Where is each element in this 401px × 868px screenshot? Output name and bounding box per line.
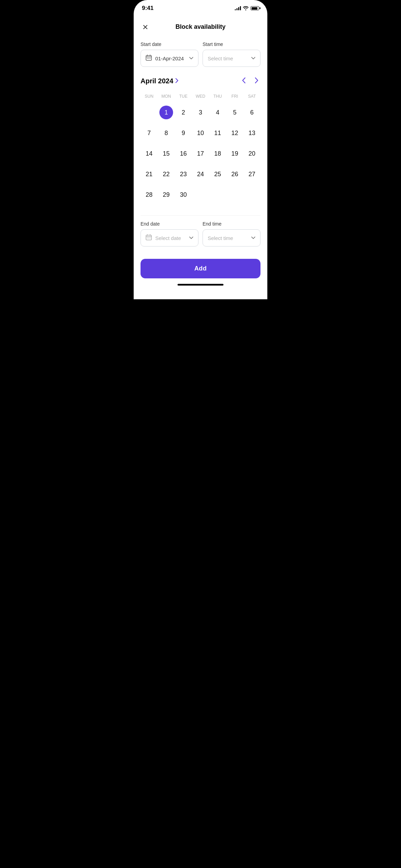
prev-month-button[interactable] xyxy=(240,76,247,86)
start-date-chevron-icon xyxy=(189,56,193,61)
start-date-select[interactable]: 01-Apr-2024 xyxy=(141,50,198,67)
start-time-select[interactable]: Select time xyxy=(203,50,260,67)
end-time-chevron-icon xyxy=(251,236,255,240)
start-time-label: Start time xyxy=(203,41,260,47)
day-5[interactable]: 5 xyxy=(226,103,243,122)
start-date-content: 01-Apr-2024 xyxy=(146,55,189,62)
end-time-select[interactable]: Select time xyxy=(203,229,260,246)
day-6[interactable]: 6 xyxy=(243,103,260,122)
day-24[interactable]: 24 xyxy=(192,165,209,184)
end-time-content: Select time xyxy=(208,235,251,241)
weekday-tue: TUE xyxy=(175,93,192,100)
end-date-label: End date xyxy=(141,221,198,227)
day-number-16: 16 xyxy=(177,147,190,160)
day-10[interactable]: 10 xyxy=(192,123,209,143)
start-form-section: Start date xyxy=(134,36,267,74)
day-16[interactable]: 16 xyxy=(175,144,192,163)
month-forward-arrow-icon xyxy=(175,78,178,84)
close-button[interactable] xyxy=(141,22,150,32)
svg-rect-1 xyxy=(147,58,148,59)
month-year-label: April 2024 xyxy=(141,77,173,85)
day-number-27: 27 xyxy=(245,167,259,181)
day-number-9: 9 xyxy=(177,126,190,140)
end-time-placeholder: Select time xyxy=(208,235,233,241)
calendar-days: 1 2 3 4 5 6 xyxy=(141,103,260,204)
add-button[interactable]: Add xyxy=(141,259,260,278)
day-26[interactable]: 26 xyxy=(226,165,243,184)
svg-rect-2 xyxy=(148,58,149,59)
day-15[interactable]: 15 xyxy=(158,144,175,163)
day-4[interactable]: 4 xyxy=(209,103,226,122)
day-1[interactable]: 1 xyxy=(158,103,175,122)
day-20[interactable]: 20 xyxy=(243,144,260,163)
weekday-sun: SUN xyxy=(141,93,158,100)
day-23[interactable]: 23 xyxy=(175,165,192,184)
day-3[interactable]: 3 xyxy=(192,103,209,122)
end-time-label: End time xyxy=(203,221,260,227)
day-13[interactable]: 13 xyxy=(243,123,260,143)
day-7[interactable]: 7 xyxy=(141,123,158,143)
start-date-label: Start date xyxy=(141,41,198,47)
day-number-26: 26 xyxy=(228,167,242,181)
start-time-group: Start time Select time xyxy=(203,41,260,67)
end-form-section: End date xyxy=(134,210,267,253)
day-12[interactable]: 12 xyxy=(226,123,243,143)
day-number-18: 18 xyxy=(211,147,224,160)
day-8[interactable]: 8 xyxy=(158,123,175,143)
day-29[interactable]: 29 xyxy=(158,185,175,204)
day-number-10: 10 xyxy=(194,126,207,140)
main-content: Block availability Start date xyxy=(134,16,267,299)
day-27[interactable]: 27 xyxy=(243,165,260,184)
weekday-wed: WED xyxy=(192,93,209,100)
day-empty-5b xyxy=(209,185,226,204)
calendar-month-title: April 2024 xyxy=(141,77,178,85)
day-17[interactable]: 17 xyxy=(192,144,209,163)
day-number-7: 7 xyxy=(142,126,156,140)
end-date-content: Select date xyxy=(146,234,189,242)
day-number-2: 2 xyxy=(177,106,190,119)
day-number-14: 14 xyxy=(142,147,156,160)
day-25[interactable]: 25 xyxy=(209,165,226,184)
end-date-select[interactable]: Select date xyxy=(141,229,198,246)
day-19[interactable]: 19 xyxy=(226,144,243,163)
day-number-15: 15 xyxy=(159,147,173,160)
calendar-header: April 2024 xyxy=(141,76,260,86)
next-month-button[interactable] xyxy=(253,76,260,86)
day-22[interactable]: 22 xyxy=(158,165,175,184)
day-14[interactable]: 14 xyxy=(141,144,158,163)
battery-icon xyxy=(251,6,259,10)
day-number-29: 29 xyxy=(159,188,173,202)
day-number-25: 25 xyxy=(211,167,224,181)
day-11[interactable]: 11 xyxy=(209,123,226,143)
day-18[interactable]: 18 xyxy=(209,144,226,163)
day-number-8: 8 xyxy=(159,126,173,140)
day-number-30: 30 xyxy=(177,188,190,202)
day-2[interactable]: 2 xyxy=(175,103,192,122)
weekday-thu: THU xyxy=(209,93,226,100)
weekday-mon: MON xyxy=(158,93,175,100)
svg-rect-6 xyxy=(148,238,149,238)
day-number-24: 24 xyxy=(194,167,207,181)
day-number-3: 3 xyxy=(194,106,207,119)
end-row: End date xyxy=(141,221,260,246)
day-number-13: 13 xyxy=(245,126,259,140)
calendar-weekdays: SUN MON TUE WED THU FRI SAT xyxy=(141,93,260,100)
day-empty-5c xyxy=(226,185,243,204)
svg-rect-7 xyxy=(150,238,150,238)
day-21[interactable]: 21 xyxy=(141,165,158,184)
start-date-value: 01-Apr-2024 xyxy=(155,56,184,61)
day-number-5: 5 xyxy=(228,106,242,119)
start-time-placeholder: Select time xyxy=(208,56,233,61)
divider xyxy=(141,215,260,216)
day-number-22: 22 xyxy=(159,167,173,181)
day-28[interactable]: 28 xyxy=(141,185,158,204)
day-number-17: 17 xyxy=(194,147,207,160)
day-number-19: 19 xyxy=(228,147,242,160)
day-number-28: 28 xyxy=(142,188,156,202)
day-9[interactable]: 9 xyxy=(175,123,192,143)
day-30[interactable]: 30 xyxy=(175,185,192,204)
start-date-group: Start date xyxy=(141,41,198,67)
modal-title: Block availability xyxy=(175,23,226,31)
start-row: Start date xyxy=(141,41,260,67)
day-number-20: 20 xyxy=(245,147,259,160)
